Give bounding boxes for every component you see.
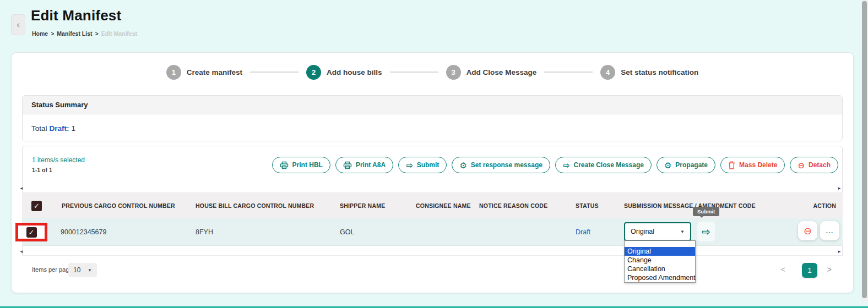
button-label: Mass Delete	[739, 161, 777, 169]
stepper: 1 Create manifest 2 Add house bills 3 Ad…	[11, 59, 854, 85]
breadcrumb-home[interactable]: Home	[32, 30, 48, 37]
items-per-page-select[interactable]: 10 ▼	[68, 263, 97, 277]
breadcrumb: Home > Manifest List > Edit Manifest	[32, 30, 137, 37]
table-row: ✓ 900012345679 8FYH GOL Draft Original ▼…	[22, 218, 843, 246]
step-connector	[250, 72, 299, 73]
page-title: Edit Manifest	[31, 7, 121, 24]
step-label: Add house bills	[327, 68, 382, 76]
step-add-close-message[interactable]: 3 Add Close Message	[446, 65, 537, 80]
submit-button[interactable]: ⇨ Submit	[398, 157, 447, 173]
col-consignee-name: CONSIGNEE NAME	[416, 193, 471, 218]
print-a8a-button[interactable]: Print A8A	[335, 157, 393, 173]
items-per-page-value: 10	[73, 266, 80, 274]
step-create-manifest[interactable]: 1 Create manifest	[166, 65, 242, 80]
chevron-down-icon: ▼	[680, 229, 685, 234]
breadcrumb-current: Edit Manifest	[101, 30, 137, 37]
table-header-row: ✓ PREVIOUS CARGO CONTROL NUMBER HOUSE BI…	[22, 193, 843, 218]
mass-delete-button[interactable]: Mass Delete	[720, 157, 785, 173]
hscroll-left-arrow[interactable]: ◄	[19, 186, 24, 191]
step-label: Create manifest	[187, 68, 242, 76]
minus-circle-icon: ⊖	[798, 161, 805, 169]
step-number: 4	[600, 65, 615, 80]
red-highlight-annotation: ✓	[15, 223, 47, 241]
arrow-right-icon: ⇨	[702, 226, 710, 238]
chevron-down-icon: ▼	[88, 268, 92, 273]
hscroll-right-arrow[interactable]: ►	[837, 250, 842, 254]
scrollbar-thumb[interactable]	[862, 1, 867, 298]
dropdown-option-proposed-amendment[interactable]: Proposed Amendment	[625, 273, 695, 282]
selected-count-text: 1 items/s selected	[32, 156, 85, 164]
step-set-status-notification[interactable]: 4 Set status notification	[600, 65, 698, 80]
back-button[interactable]: ‹	[11, 14, 25, 35]
step-label: Add Close Message	[466, 68, 537, 76]
set-response-message-button[interactable]: ⚙ Set response message	[452, 157, 550, 173]
create-close-message-button[interactable]: ⇨ Create Close Message	[555, 157, 652, 173]
checkbox-checked-icon: ✓	[31, 201, 42, 211]
button-label: Print HBL	[292, 161, 323, 169]
dropdown-option-change[interactable]: Change	[625, 256, 695, 265]
draft-label: Draft:	[50, 124, 69, 133]
row-more-actions-button[interactable]: ...	[820, 221, 839, 240]
step-connector	[390, 72, 438, 73]
button-label: Submit	[417, 161, 440, 169]
submission-message-select[interactable]: Original ▼	[624, 222, 691, 241]
cell-status: Draft	[576, 218, 590, 246]
dropdown-option-original[interactable]: Original	[625, 247, 695, 256]
gear-icon: ⚙	[664, 161, 671, 169]
button-label: Set response message	[471, 161, 542, 169]
col-shipper-name: SHIPPER NAME	[340, 193, 385, 218]
button-label: Create Close Message	[573, 161, 643, 169]
ellipsis-icon: ...	[826, 227, 834, 235]
print-hbl-button[interactable]: Print HBL	[272, 157, 330, 173]
total-label: Total	[31, 124, 47, 133]
draft-count: 1	[72, 124, 76, 133]
next-page-button[interactable]: >	[827, 265, 832, 274]
dropdown-option-cancellation[interactable]: Cancellation	[625, 265, 695, 273]
breadcrumb-separator: >	[51, 30, 54, 37]
hscroll-left-arrow[interactable]: ◄	[19, 250, 24, 254]
step-number: 3	[446, 65, 461, 80]
row-submit-button[interactable]: ⇨	[697, 222, 715, 241]
breadcrumb-manifest-list[interactable]: Manifest List	[57, 30, 92, 37]
breadcrumb-separator: >	[95, 30, 99, 37]
minus-circle-icon: ⊖	[804, 225, 812, 237]
cell-house-bill-ccn: 8FYH	[196, 218, 213, 246]
submission-message-dropdown: Original Change Cancellation Proposed Am…	[624, 240, 696, 283]
table-footer: Items per page: 10 ▼ < 1 >	[22, 255, 843, 283]
toolbar-buttons: Print HBL Print A8A ⇨ Submit ⚙ Set respo…	[272, 157, 838, 173]
chevron-left-icon: ‹	[17, 19, 20, 30]
hscroll-right-arrow[interactable]: ►	[837, 186, 842, 191]
col-notice-reason-code: NOTICE REASON CODE	[479, 193, 547, 218]
propagate-button[interactable]: ⚙ Propagate	[657, 157, 715, 173]
status-summary-title: Status Summary	[23, 96, 842, 114]
row-detach-button[interactable]: ⊖	[798, 221, 817, 240]
step-number: 1	[166, 65, 181, 80]
select-all-checkbox[interactable]: ✓	[31, 193, 42, 218]
col-status: STATUS	[576, 193, 599, 218]
step-add-house-bills[interactable]: 2 Add house bills	[306, 65, 382, 80]
row-checkbox[interactable]: ✓	[26, 227, 37, 238]
col-house-bill-ccn: HOUSE BILL CARGO CONTROL NUMBER	[196, 193, 314, 218]
vertical-scrollbar[interactable]	[861, 0, 868, 302]
gear-icon: ⚙	[459, 161, 466, 169]
arrow-right-icon: ⇨	[406, 161, 413, 169]
status-summary-body: Total Draft: 1	[23, 114, 842, 141]
status-summary-panel: Status Summary Total Draft: 1	[22, 95, 843, 141]
items-per-page-label: Items per page:	[32, 266, 74, 273]
current-page-button[interactable]: 1	[802, 263, 817, 278]
submit-tooltip: Submit	[693, 207, 719, 216]
cell-shipper-name: GOL	[340, 218, 354, 246]
previous-page-button[interactable]: <	[781, 265, 785, 274]
col-action: ACTION	[813, 193, 836, 218]
printer-icon	[343, 161, 352, 169]
selected-option-label: Original	[631, 228, 654, 235]
col-submission-message: SUBMISSION MESSAGE / AMENDMENT CODE	[624, 193, 756, 218]
step-connector	[544, 72, 593, 73]
button-label: Print A8A	[356, 161, 386, 169]
col-previous-ccn: PREVIOUS CARGO CONTROL NUMBER	[62, 193, 175, 218]
button-label: Detach	[809, 161, 831, 169]
step-label: Set status notification	[621, 68, 698, 76]
arrow-right-icon: ⇨	[563, 161, 570, 169]
detach-button[interactable]: ⊖ Detach	[790, 157, 838, 173]
printer-icon	[280, 161, 289, 169]
